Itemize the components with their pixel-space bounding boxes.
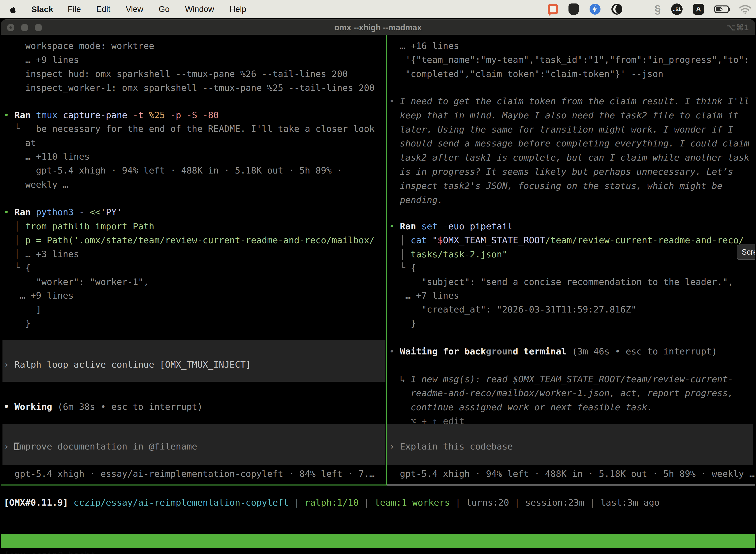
apple-menu-icon[interactable]	[9, 4, 17, 14]
terminal-text: (6m 38s • esc to interrupt)	[58, 402, 203, 412]
terminal-text: │	[4, 221, 25, 231]
battery-icon[interactable]	[714, 5, 729, 13]
menu-app-name[interactable]: Slack	[31, 4, 53, 14]
terminal-text: -p	[170, 110, 187, 120]
terminal-text: "created_at": "2026-03-31T11:59:27.816Z"	[389, 304, 636, 315]
grid-dots-icon[interactable]	[633, 4, 644, 15]
terminal-text: Explain this codebase	[400, 441, 513, 451]
terminal-line: ↳ 1 new msg(s): read $OMX_TEAM_STATE_ROO…	[389, 372, 755, 386]
working-status: • Working (6m 38s • esc to interrupt)	[4, 400, 386, 414]
prompt-input[interactable]: › Explain this codebase	[389, 439, 755, 453]
slack-chat-icon[interactable]	[548, 4, 558, 14]
menu-item-edit[interactable]: Edit	[96, 4, 110, 14]
terminal-text: tasks/task-2.json"	[411, 249, 507, 259]
input-source-icon[interactable]: A	[693, 4, 704, 15]
terminal-line: │ tasks/task-2.json"	[389, 247, 755, 261]
terminal-text: … +3 lines	[25, 249, 79, 259]
terminal-line: inspect_hud: omx sparkshell --tmux-pane …	[4, 67, 386, 81]
terminal-text: … +9 lines	[4, 290, 74, 300]
terminal-text: cczip/essay/ai-reimplementation-copyleft	[74, 497, 289, 508]
terminal-text: •	[4, 207, 14, 217]
window-shortcut-hint: ⌥⌘1	[727, 20, 749, 35]
ralph-loop-banner: › Ralph loop active continue [OMX_TMUX_I…	[4, 357, 386, 372]
privacy-shield-icon[interactable]	[568, 3, 579, 15]
menu-item-window[interactable]: Window	[185, 4, 214, 14]
omx-status-line: [OMX#0.11.9] cczip/essay/ai-reimplementa…	[4, 495, 755, 510]
terminal-text: at	[4, 138, 36, 148]
edit-hint: ⌥ + ↑ edit	[389, 414, 755, 428]
terminal-text: Ran	[14, 207, 36, 217]
terminal-text: cat	[411, 235, 432, 245]
terminal-line: ]	[4, 302, 386, 317]
counter-badge-icon[interactable]: ..61	[671, 3, 683, 15]
terminal-text: ⌥ + ↑ edit	[389, 416, 464, 426]
terminal-text: tmux	[36, 110, 63, 120]
terminal-text: ]	[4, 304, 42, 315]
menu-bar: Slack FileEditViewGoWindowHelp § ..61 A	[0, 0, 756, 18]
terminal-text: gpt-5.4 xhigh · 94% left · 488K in · 5.1…	[4, 165, 342, 175]
terminal-line: keep that in mind. Maybe I also need the…	[389, 108, 755, 122]
terminal-text: groun	[486, 346, 513, 356]
terminal-text: d terminal	[513, 346, 572, 356]
menu-item-go[interactable]: Go	[159, 4, 170, 14]
terminal-line: └ {	[4, 261, 386, 275]
terminal-line: … +110 lines	[4, 150, 386, 164]
terminal-text: ralph:1/10	[305, 497, 359, 508]
terminal-text: Ran	[400, 221, 422, 231]
menu-item-file[interactable]: File	[68, 4, 81, 14]
terminal-text: └	[4, 124, 36, 134]
crescent-app-icon[interactable]	[611, 3, 623, 15]
squiggle-app-icon[interactable]: §	[654, 2, 661, 16]
terminal-line: "completed","claim_token":"claim-token"}…	[389, 67, 755, 81]
terminal-line: … +16 lines	[389, 39, 755, 53]
terminal-text: "worker": "worker-1",	[4, 277, 149, 287]
terminal-text: inspect task2's JSON, focusing on the st…	[389, 181, 722, 191]
terminal-text: |	[359, 497, 375, 508]
terminal-text: -euo pipefail	[443, 221, 513, 231]
terminal-text: "subject": "send a concise recommendatio…	[389, 277, 733, 287]
wifi-icon[interactable]	[739, 4, 751, 14]
model-status-line: gpt-5.4 xhigh · 94% left · 488K in · 5.1…	[389, 466, 755, 481]
right-terminal-pane: … +16 lines '{"team_name":"my-team","tas…	[387, 35, 755, 485]
terminal-line: … +9 lines	[4, 53, 386, 67]
terminal-text: <<	[90, 207, 101, 217]
terminal-line: … +7 lines	[389, 288, 755, 302]
tmux-session-label: [omx-cczip0:bash*	[4, 548, 95, 554]
terminal-line: '{"team_name":"my-team","task_id":"1","f…	[389, 53, 755, 67]
ran-python-line: • Ran python3 - <<'PY'	[4, 205, 386, 219]
terminal-text: be necessary for the end of the README. …	[36, 124, 375, 134]
menu-item-view[interactable]: View	[126, 4, 143, 14]
terminal-text: -80	[203, 110, 219, 120]
terminal-line: readme-and-reco/mailbox/worker-1.json, a…	[389, 386, 755, 400]
terminal-text: •	[389, 96, 400, 106]
terminal-line: at	[4, 136, 386, 150]
terminal-text: |	[450, 497, 466, 508]
menubar-status-icons: § ..61 A	[548, 0, 751, 18]
terminal-text: │	[4, 249, 25, 259]
terminal-text: │	[4, 235, 25, 245]
terminal-text: … +16 lines	[389, 41, 459, 51]
terminal-line: inspect_worker-1: omx sparkshell --tmux-…	[4, 81, 386, 95]
terminal-text: inspect_worker-1: omx sparkshell --tmux-…	[4, 82, 375, 93]
terminal-line: task2 after task1 is complete, but can I…	[389, 151, 755, 165]
ran-set-pipefail-line: • Ran set -euo pipefail	[389, 219, 755, 233]
terminal-text: -t	[133, 110, 149, 120]
prompt-input[interactable]: › Improve documentation in @filename	[4, 439, 386, 453]
terminal-text: p = Path('.omx/state/team/review-current…	[25, 235, 375, 245]
terminal-text: |	[584, 497, 601, 508]
terminal-text: … +110 lines	[4, 151, 90, 162]
thinking-text: • I need to get the claim token from the…	[389, 94, 755, 108]
terminal-text: set	[422, 221, 443, 231]
model-status-line: gpt-5.4 xhigh · essay/ai-reimplementatio…	[4, 466, 386, 481]
pane-divider[interactable]	[386, 35, 387, 486]
terminal-line: … +9 lines	[4, 288, 386, 302]
ran-tmux-capture-line: • Ran tmux capture-pane -t %25 -p -S -80	[4, 108, 386, 122]
terminal-line: "worker": "worker-1",	[4, 275, 386, 289]
terminal-text: (3m 46s • esc to interrupt)	[572, 346, 717, 356]
terminal-text: $	[438, 235, 443, 245]
menu-item-help[interactable]: Help	[230, 4, 246, 14]
sync-bolt-icon[interactable]	[589, 3, 601, 15]
terminal-text: '{"team_name":"my-team","task_id":"1","f…	[389, 55, 749, 65]
terminal-text: ›	[389, 441, 400, 451]
terminal-line: └ {	[389, 261, 755, 275]
